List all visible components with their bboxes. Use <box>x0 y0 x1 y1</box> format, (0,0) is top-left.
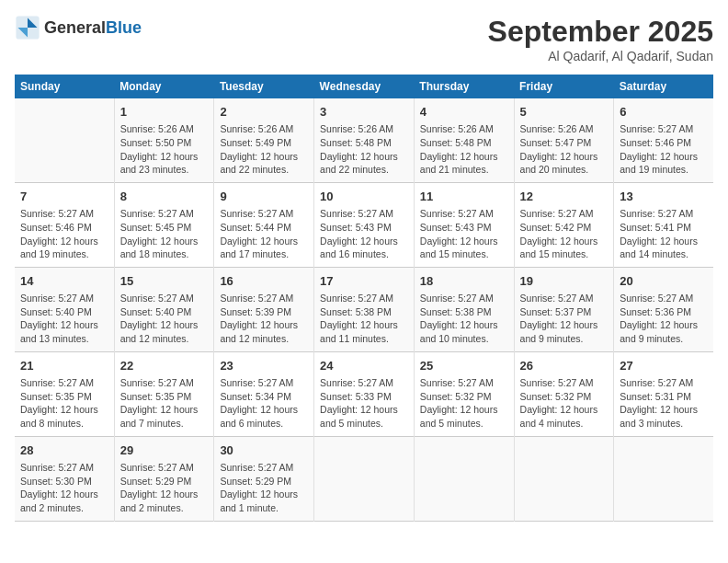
day-info: Sunrise: 5:27 AM Sunset: 5:41 PM Dayligh… <box>620 207 708 261</box>
day-info: Sunrise: 5:27 AM Sunset: 5:40 PM Dayligh… <box>20 292 108 346</box>
day-number: 11 <box>420 189 508 205</box>
day-info: Sunrise: 5:27 AM Sunset: 5:46 PM Dayligh… <box>620 122 708 177</box>
col-header-friday: Friday <box>514 75 614 98</box>
day-cell: 30Sunrise: 5:27 AM Sunset: 5:29 PM Dayli… <box>214 436 314 521</box>
logo-blue: Blue <box>106 18 142 37</box>
day-number: 17 <box>320 273 408 290</box>
col-header-tuesday: Tuesday <box>214 75 314 98</box>
day-number: 1 <box>120 104 209 121</box>
col-header-saturday: Saturday <box>614 75 713 98</box>
day-info: Sunrise: 5:27 AM Sunset: 5:40 PM Dayligh… <box>120 292 209 346</box>
day-cell: 12Sunrise: 5:27 AM Sunset: 5:42 PM Dayli… <box>514 182 614 267</box>
calendar-table: SundayMondayTuesdayWednesdayThursdayFrid… <box>15 75 713 522</box>
day-cell: 6Sunrise: 5:27 AM Sunset: 5:46 PM Daylig… <box>614 98 713 182</box>
day-number: 21 <box>20 358 108 374</box>
day-cell: 19Sunrise: 5:27 AM Sunset: 5:37 PM Dayli… <box>514 267 614 351</box>
day-number: 10 <box>320 189 408 205</box>
col-header-sunday: Sunday <box>15 75 114 98</box>
day-cell: 24Sunrise: 5:27 AM Sunset: 5:33 PM Dayli… <box>314 351 415 436</box>
day-number: 3 <box>320 104 408 121</box>
day-number: 30 <box>220 442 308 459</box>
day-cell: 23Sunrise: 5:27 AM Sunset: 5:34 PM Dayli… <box>214 351 314 436</box>
day-info: Sunrise: 5:27 AM Sunset: 5:36 PM Dayligh… <box>620 292 708 346</box>
day-number: 29 <box>120 442 209 459</box>
logo-icon <box>15 15 40 40</box>
day-info: Sunrise: 5:26 AM Sunset: 5:48 PM Dayligh… <box>320 122 408 177</box>
day-cell <box>614 436 713 521</box>
day-info: Sunrise: 5:27 AM Sunset: 5:45 PM Dayligh… <box>120 207 209 261</box>
day-cell <box>15 98 114 182</box>
day-cell: 9Sunrise: 5:27 AM Sunset: 5:44 PM Daylig… <box>214 182 314 267</box>
day-info: Sunrise: 5:27 AM Sunset: 5:31 PM Dayligh… <box>620 376 708 431</box>
day-info: Sunrise: 5:27 AM Sunset: 5:33 PM Dayligh… <box>320 376 408 431</box>
day-number: 23 <box>220 358 308 374</box>
day-number: 24 <box>320 358 408 374</box>
day-info: Sunrise: 5:27 AM Sunset: 5:38 PM Dayligh… <box>320 292 408 346</box>
day-cell: 21Sunrise: 5:27 AM Sunset: 5:35 PM Dayli… <box>15 351 114 436</box>
col-header-monday: Monday <box>114 75 214 98</box>
day-number: 7 <box>20 189 108 205</box>
day-cell: 27Sunrise: 5:27 AM Sunset: 5:31 PM Dayli… <box>614 351 713 436</box>
day-cell: 17Sunrise: 5:27 AM Sunset: 5:38 PM Dayli… <box>314 267 415 351</box>
day-cell: 29Sunrise: 5:27 AM Sunset: 5:29 PM Dayli… <box>114 436 214 521</box>
day-info: Sunrise: 5:27 AM Sunset: 5:42 PM Dayligh… <box>520 207 609 261</box>
day-cell: 8Sunrise: 5:27 AM Sunset: 5:45 PM Daylig… <box>114 182 214 267</box>
day-number: 26 <box>520 358 609 374</box>
logo-general: General <box>44 18 106 37</box>
day-cell: 7Sunrise: 5:27 AM Sunset: 5:46 PM Daylig… <box>15 182 114 267</box>
day-number: 25 <box>420 358 508 374</box>
day-number: 4 <box>420 104 508 121</box>
day-info: Sunrise: 5:27 AM Sunset: 5:38 PM Dayligh… <box>420 292 508 346</box>
day-number: 16 <box>220 273 308 290</box>
day-cell: 16Sunrise: 5:27 AM Sunset: 5:39 PM Dayli… <box>214 267 314 351</box>
day-info: Sunrise: 5:27 AM Sunset: 5:43 PM Dayligh… <box>420 207 508 261</box>
day-info: Sunrise: 5:27 AM Sunset: 5:32 PM Dayligh… <box>420 376 508 431</box>
day-cell: 18Sunrise: 5:27 AM Sunset: 5:38 PM Dayli… <box>414 267 514 351</box>
day-cell: 2Sunrise: 5:26 AM Sunset: 5:49 PM Daylig… <box>214 98 314 182</box>
day-info: Sunrise: 5:27 AM Sunset: 5:35 PM Dayligh… <box>120 376 209 431</box>
day-info: Sunrise: 5:27 AM Sunset: 5:32 PM Dayligh… <box>520 376 609 431</box>
day-info: Sunrise: 5:27 AM Sunset: 5:29 PM Dayligh… <box>120 461 209 515</box>
day-info: Sunrise: 5:26 AM Sunset: 5:50 PM Dayligh… <box>120 122 209 177</box>
col-header-thursday: Thursday <box>414 75 514 98</box>
day-number: 18 <box>420 273 508 290</box>
day-info: Sunrise: 5:27 AM Sunset: 5:43 PM Dayligh… <box>320 207 408 261</box>
week-row-3: 14Sunrise: 5:27 AM Sunset: 5:40 PM Dayli… <box>15 267 713 351</box>
day-cell: 15Sunrise: 5:27 AM Sunset: 5:40 PM Dayli… <box>114 267 214 351</box>
day-cell: 26Sunrise: 5:27 AM Sunset: 5:32 PM Dayli… <box>514 351 614 436</box>
month-year: September 2025 <box>488 15 713 49</box>
location: Al Qadarif, Al Qadarif, Sudan <box>488 49 713 63</box>
day-info: Sunrise: 5:27 AM Sunset: 5:46 PM Dayligh… <box>20 207 108 261</box>
week-row-4: 21Sunrise: 5:27 AM Sunset: 5:35 PM Dayli… <box>15 351 713 436</box>
day-number: 15 <box>120 273 209 290</box>
week-row-2: 7Sunrise: 5:27 AM Sunset: 5:46 PM Daylig… <box>15 182 713 267</box>
day-info: Sunrise: 5:27 AM Sunset: 5:37 PM Dayligh… <box>520 292 609 346</box>
week-row-5: 28Sunrise: 5:27 AM Sunset: 5:30 PM Dayli… <box>15 436 713 521</box>
day-number: 28 <box>20 442 108 459</box>
day-cell: 10Sunrise: 5:27 AM Sunset: 5:43 PM Dayli… <box>314 182 415 267</box>
day-number: 9 <box>220 189 308 205</box>
day-info: Sunrise: 5:27 AM Sunset: 5:44 PM Dayligh… <box>220 207 308 261</box>
day-info: Sunrise: 5:27 AM Sunset: 5:34 PM Dayligh… <box>220 376 308 431</box>
day-info: Sunrise: 5:27 AM Sunset: 5:30 PM Dayligh… <box>20 461 108 515</box>
day-number: 5 <box>520 104 609 121</box>
day-number: 6 <box>620 104 708 121</box>
day-number: 19 <box>520 273 609 290</box>
logo: GeneralBlue <box>15 15 142 40</box>
day-cell: 28Sunrise: 5:27 AM Sunset: 5:30 PM Dayli… <box>15 436 114 521</box>
col-header-wednesday: Wednesday <box>314 75 415 98</box>
day-number: 22 <box>120 358 209 374</box>
day-number: 13 <box>620 189 708 205</box>
day-cell: 22Sunrise: 5:27 AM Sunset: 5:35 PM Dayli… <box>114 351 214 436</box>
week-row-1: 1Sunrise: 5:26 AM Sunset: 5:50 PM Daylig… <box>15 98 713 182</box>
day-cell <box>314 436 415 521</box>
day-number: 12 <box>520 189 609 205</box>
day-cell: 13Sunrise: 5:27 AM Sunset: 5:41 PM Dayli… <box>614 182 713 267</box>
day-cell: 14Sunrise: 5:27 AM Sunset: 5:40 PM Dayli… <box>15 267 114 351</box>
day-number: 2 <box>220 104 308 121</box>
day-info: Sunrise: 5:26 AM Sunset: 5:48 PM Dayligh… <box>420 122 508 177</box>
day-cell: 4Sunrise: 5:26 AM Sunset: 5:48 PM Daylig… <box>414 98 514 182</box>
day-cell: 3Sunrise: 5:26 AM Sunset: 5:48 PM Daylig… <box>314 98 415 182</box>
day-cell: 1Sunrise: 5:26 AM Sunset: 5:50 PM Daylig… <box>114 98 214 182</box>
day-cell <box>414 436 514 521</box>
